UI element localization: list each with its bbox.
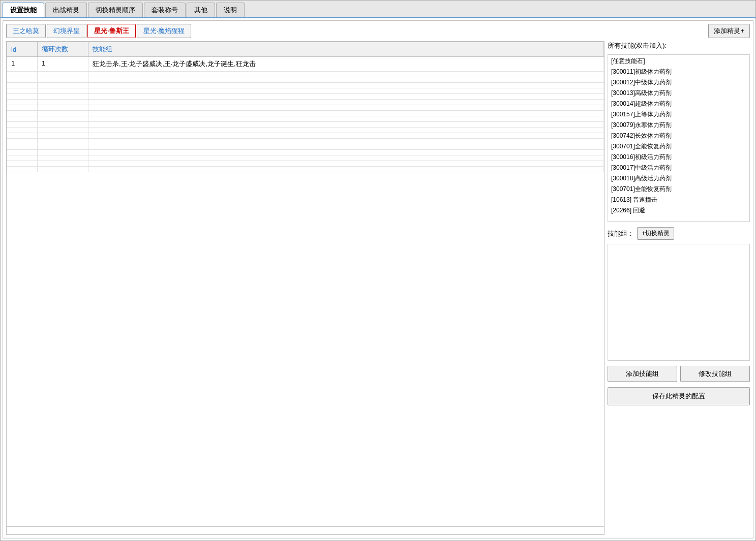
- table-row[interactable]: [7, 72, 604, 77]
- skill-table-panel: id 循环次数 技能组 1 1 狂龙击杀,王·龙子盛威决,王·龙子盛威决,龙子诞…: [6, 41, 604, 535]
- tab-description[interactable]: 说明: [216, 3, 245, 17]
- skill-item-7[interactable]: [300742]长效体力药剂: [608, 131, 749, 141]
- tab-set-skills[interactable]: 设置技能: [3, 3, 44, 17]
- skill-group-row: 技能组： +切换精灵: [608, 227, 750, 240]
- all-skills-label: 所有技能(双击加入):: [608, 41, 750, 50]
- table-row[interactable]: [7, 77, 604, 83]
- cell-id: 1: [7, 57, 38, 72]
- top-tab-bar: 设置技能 出战精灵 切换精灵顺序 套装称号 其他 说明: [1, 1, 755, 18]
- tab-switch-order[interactable]: 切换精灵顺序: [88, 3, 143, 17]
- right-panel: 所有技能(双击加入): [任意技能石] [300011]初级体力药剂 [3000…: [608, 41, 750, 535]
- cell-loop: 1: [38, 57, 88, 72]
- add-skill-group-button[interactable]: 添加技能组: [608, 366, 677, 382]
- edit-skill-group-button[interactable]: 修改技能组: [680, 366, 750, 382]
- col-header-skills: 技能组: [88, 42, 604, 57]
- skill-item-2[interactable]: [300012]中级体力药剂: [608, 77, 749, 88]
- table-row[interactable]: [7, 122, 604, 128]
- table-wrapper[interactable]: id 循环次数 技能组 1 1 狂龙击杀,王·龙子盛威决,王·龙子盛威决,龙子诞…: [7, 42, 604, 526]
- table-row[interactable]: [7, 116, 604, 122]
- table-row[interactable]: [7, 111, 604, 116]
- skill-item-6[interactable]: [300079]永寒体力药剂: [608, 120, 749, 131]
- table-row[interactable]: [7, 161, 604, 167]
- skill-item-8[interactable]: [300701]全能恢复药剂: [608, 141, 749, 152]
- app-container: 设置技能 出战精灵 切换精灵顺序 套装称号 其他 说明 王之哈莫 幻境界皇 星光…: [0, 0, 756, 541]
- table-row[interactable]: [7, 94, 604, 100]
- table-row[interactable]: [7, 105, 604, 111]
- spirit-tab-bar: 王之哈莫 幻境界皇 星光·鲁斯王 星光·魔焰猩猩 添加精灵+: [6, 24, 750, 38]
- skill-item-3[interactable]: [300013]高级体力药剂: [608, 88, 749, 99]
- table-row[interactable]: [7, 150, 604, 155]
- two-col-layout: id 循环次数 技能组 1 1 狂龙击杀,王·龙子盛威决,王·龙子盛威决,龙子诞…: [6, 41, 750, 535]
- tab-other[interactable]: 其他: [187, 3, 215, 17]
- skill-item-14[interactable]: [20266] 回避: [608, 205, 749, 216]
- skill-table: id 循环次数 技能组 1 1 狂龙击杀,王·龙子盛威决,王·龙子盛威决,龙子诞…: [7, 42, 604, 172]
- tab-battle-spirit[interactable]: 出战精灵: [45, 3, 87, 17]
- add-spirit-button[interactable]: 添加精灵+: [708, 24, 750, 38]
- switch-spirit-button[interactable]: +切换精灵: [637, 227, 674, 240]
- table-row[interactable]: [7, 100, 604, 105]
- action-buttons-row: 添加技能组 修改技能组: [608, 366, 750, 382]
- spirit-tab-xingguang-mohuan[interactable]: 星光·魔焰猩猩: [137, 24, 192, 38]
- col-header-id: id: [7, 42, 38, 57]
- save-config-button[interactable]: 保存此精灵的配置: [608, 387, 750, 405]
- table-row[interactable]: [7, 139, 604, 144]
- skill-group-textarea[interactable]: [608, 244, 750, 361]
- cell-skills: 狂龙击杀,王·龙子盛威决,王·龙子盛威决,龙子诞生,狂龙击: [88, 57, 604, 72]
- tab-suit-title[interactable]: 套装称号: [144, 3, 186, 17]
- spirit-tab-xingguang-luosiwa[interactable]: 星光·鲁斯王: [87, 24, 136, 38]
- table-row[interactable]: [7, 128, 604, 133]
- skill-item-10[interactable]: [300017]中级活力药剂: [608, 163, 749, 173]
- skill-item-5[interactable]: [300157]上等体力药剂: [608, 109, 749, 120]
- table-row[interactable]: 1 1 狂龙击杀,王·龙子盛威决,王·龙子盛威决,龙子诞生,狂龙击: [7, 57, 604, 72]
- skill-item-0[interactable]: [任意技能石]: [608, 56, 749, 67]
- skill-item-11[interactable]: [300018]高级活力药剂: [608, 173, 749, 184]
- table-row[interactable]: [7, 144, 604, 150]
- skill-item-13[interactable]: [10613] 音速撞击: [608, 195, 749, 205]
- skill-item-4[interactable]: [300014]超级体力药剂: [608, 99, 749, 109]
- table-row[interactable]: [7, 88, 604, 94]
- table-row[interactable]: [7, 167, 604, 172]
- spirit-tab-huanjing-jihuang[interactable]: 幻境界皇: [47, 24, 86, 38]
- skill-item-12[interactable]: [300701]全能恢复药剂: [608, 184, 749, 195]
- skill-group-label: 技能组：: [608, 229, 634, 238]
- main-content: 王之哈莫 幻境界皇 星光·鲁斯王 星光·魔焰猩猩 添加精灵+ id 循环次数 技…: [3, 20, 753, 538]
- spirit-tab-wang-hamo[interactable]: 王之哈莫: [6, 24, 46, 38]
- skill-item-1[interactable]: [300011]初级体力药剂: [608, 67, 749, 77]
- all-skills-list[interactable]: [任意技能石] [300011]初级体力药剂 [300012]中级体力药剂 [3…: [608, 54, 750, 222]
- horizontal-scrollbar[interactable]: [7, 526, 604, 534]
- table-row[interactable]: [7, 83, 604, 88]
- table-row[interactable]: [7, 155, 604, 161]
- table-row[interactable]: [7, 133, 604, 139]
- skill-item-9[interactable]: [300016]初级活力药剂: [608, 152, 749, 163]
- col-header-loop: 循环次数: [38, 42, 88, 57]
